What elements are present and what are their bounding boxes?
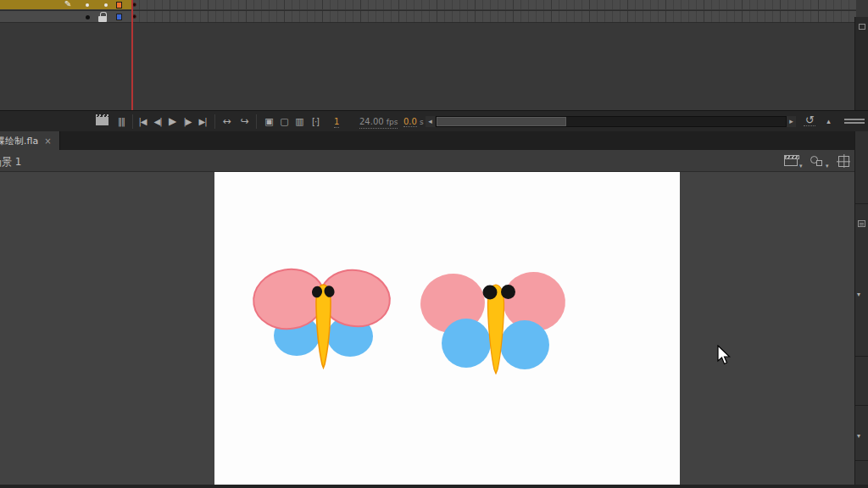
butterfly2-lower-wing-right[interactable] — [500, 320, 549, 369]
timeline-toolbar: ‖‖ |◀ ◀| ▶ |▶ ▶| ↔ ↪ ▣ ▢ ▥ [·] 1 24.00 f… — [0, 110, 868, 131]
pencil-edit-icon: ✎ — [64, 0, 71, 8]
scene-breadcrumb[interactable]: 场景 1 — [0, 155, 21, 169]
step-forward-button[interactable]: |▶ — [181, 115, 194, 128]
layer-outline-color-swatch[interactable] — [116, 14, 122, 20]
modify-markers-button[interactable]: [·] — [308, 115, 323, 128]
collapse-timeline-button[interactable]: ▴ — [822, 115, 834, 128]
reset-timeline-button[interactable]: ↺ — [804, 114, 815, 126]
frame-rate-unit: fps — [387, 118, 398, 126]
play-button[interactable]: ▶ — [166, 115, 178, 128]
chevron-down-icon[interactable]: ▾ — [799, 163, 803, 169]
collapsed-panel-icon[interactable] — [858, 220, 865, 227]
center-frame-button[interactable]: ↔ — [220, 115, 233, 128]
edit-symbols-square-icon[interactable] — [816, 160, 822, 166]
playhead-marker[interactable] — [131, 0, 133, 110]
layer-row-selected[interactable]: ✎ — [0, 0, 132, 9]
timeline-scrollbar-thumb[interactable] — [437, 117, 566, 126]
document-tab-label: 蝶绘制.fla — [0, 135, 38, 147]
go-to-first-frame-button[interactable]: |◀ — [136, 115, 149, 128]
frame-row[interactable] — [132, 0, 856, 9]
butterfly-right[interactable] — [416, 268, 569, 374]
butterfly-left[interactable] — [249, 264, 394, 368]
panel-resize-grip[interactable] — [844, 119, 865, 124]
elapsed-time-number: 0.0 — [403, 117, 417, 127]
timeline-scroll-left-button[interactable]: ◂ — [426, 116, 435, 127]
layer-lock-dot[interactable] — [104, 3, 108, 7]
edit-scene-icon[interactable] — [784, 158, 798, 166]
layer-outline-color-swatch[interactable] — [116, 2, 122, 8]
collapsed-panels-strip: ▾ ▾ — [854, 131, 868, 485]
frame-rate-value[interactable]: 24.00 fps — [359, 116, 398, 129]
loop-playback-button[interactable]: ↪ — [237, 115, 251, 128]
edit-bar: 场景 1 ▾ ▾ — [0, 150, 854, 172]
timeline-scroll-right-button[interactable]: ▸ — [787, 116, 796, 127]
timeline-scrollbar-track[interactable] — [436, 116, 787, 127]
elapsed-time-unit: s — [420, 118, 424, 126]
step-back-button[interactable]: ◀| — [151, 115, 164, 128]
timeline-frames-grid[interactable] — [132, 0, 856, 24]
document-tab[interactable]: 蝶绘制.fla × — [0, 131, 60, 150]
pasteboard[interactable] — [0, 172, 868, 485]
close-tab-icon[interactable]: × — [44, 136, 51, 146]
document-tab-bar: 蝶绘制.fla × — [0, 131, 868, 150]
onion-skin-button[interactable]: ▣ — [263, 115, 275, 128]
mouse-cursor — [717, 345, 732, 366]
show-hide-markers-icon[interactable]: ‖‖ — [115, 115, 127, 128]
current-frame-number[interactable]: 1 — [334, 116, 339, 128]
scroll-down-icon[interactable]: ▾ — [857, 432, 860, 440]
butterfly2-eye-left[interactable] — [483, 286, 498, 300]
flash-application-window: ✎ ‖‖ |◀ ◀| ▶ |▶ ▶ — [0, 0, 868, 488]
edit-multiple-frames-button[interactable]: ▥ — [293, 115, 305, 128]
layer-visibility-dot[interactable] — [86, 15, 90, 19]
timeline-right-edge — [854, 17, 868, 110]
onion-skin-outlines-button[interactable]: ▢ — [278, 115, 290, 128]
chevron-down-icon[interactable]: ▾ — [826, 163, 829, 169]
frame-row[interactable] — [132, 10, 856, 23]
frame-rate-number: 24.00 — [359, 117, 384, 126]
scroll-down-icon[interactable]: ▾ — [857, 291, 860, 298]
layer-visibility-dot[interactable] — [86, 3, 89, 7]
lock-icon[interactable] — [98, 16, 107, 22]
timeline-panel: ✎ — [0, 0, 868, 110]
butterfly2-eye-right[interactable] — [501, 285, 515, 299]
panel-tab-icon[interactable] — [859, 24, 865, 30]
insert-camera-icon[interactable] — [96, 117, 108, 125]
go-to-last-frame-button[interactable]: ▶| — [196, 115, 209, 128]
center-stage-icon[interactable] — [838, 156, 849, 167]
stage-drawing — [0, 172, 868, 485]
elapsed-time-value[interactable]: 0.0 s — [403, 116, 424, 128]
window-bottom-edge — [0, 485, 868, 488]
layer-row-locked[interactable] — [0, 10, 132, 23]
butterfly2-lower-wing-left[interactable] — [442, 319, 491, 368]
